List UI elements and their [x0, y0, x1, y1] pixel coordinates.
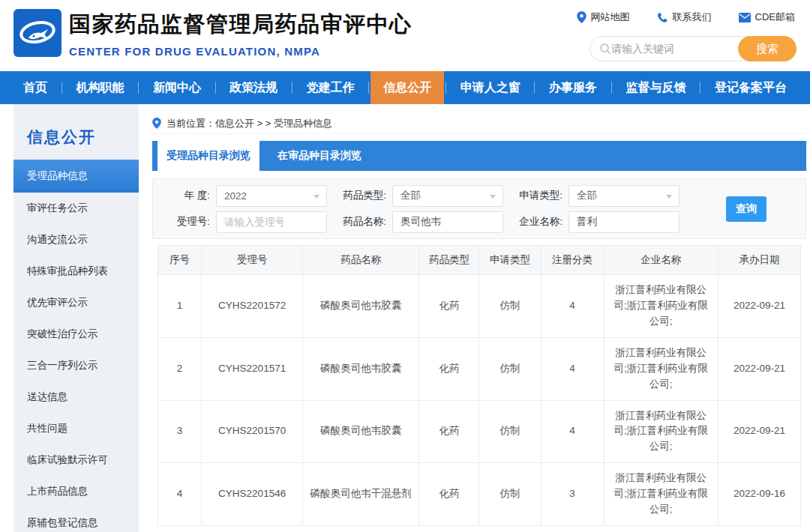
sidebar-title: 信息公开 [27, 127, 139, 148]
header-quick-links: 网站地图 联系我们 CDE邮箱 [577, 10, 795, 24]
cell-company: 浙江普利药业有限公司;浙江普利药业有限公司; [604, 275, 718, 338]
col-header-registration-class: 注册分类 [541, 246, 604, 275]
drug-type-select-value: 全部 [400, 189, 421, 202]
cell-company: 浙江普利药业有限公司;浙江普利药业有限公司; [604, 463, 718, 526]
sidebar-item-excipient-registration[interactable]: 原辅包登记信息 [14, 507, 139, 532]
breadcrumb-pin-icon [152, 118, 161, 129]
nav-separator [138, 82, 139, 94]
cell-date: 2022-09-21 [718, 337, 800, 400]
filter-acceptance-no: 受理号: [162, 211, 327, 233]
cell-registration-class: 4 [541, 337, 604, 400]
contact-label: 联系我们 [673, 10, 712, 24]
sidebar-item-delivery-info[interactable]: 送达信息 [14, 381, 139, 413]
nav-item-info-disclosure[interactable]: 信息公开 [370, 71, 444, 104]
sidebar-item-common-issues[interactable]: 共性问题 [14, 413, 139, 444]
sidebar-item-priority-review[interactable]: 优先审评公示 [14, 287, 139, 318]
cell-registration-class: 3 [541, 463, 604, 526]
site-title: 国家药品监督管理局药品审评中心 [69, 10, 412, 40]
sidebar-item-breakthrough-therapy[interactable]: 突破性治疗公示 [14, 318, 139, 350]
cell-company: 浙江普利药业有限公司;浙江普利药业有限公司; [604, 337, 718, 400]
apply-type-select[interactable]: 全部 [568, 185, 680, 207]
nav-item-applicant-window[interactable]: 申请人之窗 [448, 71, 533, 104]
cell-acceptance-no: CYHS2201572 [202, 275, 303, 338]
filter-row-1: 年 度: 2022 药品类型: 全部 申请 [162, 184, 716, 207]
search-input[interactable] [611, 43, 739, 55]
table-row: 4 CYHS2201546 磷酸奥司他韦干混悬剂 化药 仿制 3 浙江普利药业有… [158, 463, 801, 526]
nav-separator [215, 82, 216, 94]
sitemap-label: 网站地图 [591, 10, 630, 24]
nav-separator [446, 82, 446, 94]
acceptance-no-input[interactable] [216, 211, 327, 233]
cell-apply-type: 仿制 [479, 463, 541, 526]
col-header-company: 企业名称 [604, 246, 718, 275]
sidebar-item-three-in-one[interactable]: 三合一序列公示 [14, 350, 139, 381]
year-select-value: 2022 [224, 190, 247, 202]
cde-logo[interactable] [14, 9, 62, 57]
cell-registration-class: 4 [541, 400, 604, 463]
cell-drug-type: 化药 [419, 400, 479, 463]
col-header-apply-type: 申请类型 [479, 246, 541, 275]
filter-drug-name: 药品名称: [338, 211, 503, 233]
col-header-date: 承办日期 [718, 246, 800, 275]
drug-type-select[interactable]: 全部 [392, 185, 503, 207]
sidebar-item-special-approval[interactable]: 特殊审批品种列表 [14, 256, 139, 287]
nav-item-services[interactable]: 办事服务 [536, 71, 610, 104]
filter-apply-type: 申请类型: 全部 [514, 185, 680, 207]
sidebar-item-marketed-drugs[interactable]: 上市药品信息 [14, 476, 139, 507]
cell-drug-name: 磷酸奥司他韦胶囊 [303, 400, 419, 463]
nav-item-home[interactable]: 首页 [10, 71, 60, 104]
tab-under-review-catalog[interactable]: 在审品种目录浏览 [260, 141, 380, 171]
nav-separator [611, 82, 612, 94]
cell-date: 2022-09-16 [718, 463, 800, 526]
table-row: 1 CYHS2201572 磷酸奥司他韦胶囊 化药 仿制 4 浙江普利药业有限公… [158, 275, 801, 338]
filter-year: 年 度: 2022 [162, 185, 327, 207]
cell-index: 4 [158, 463, 202, 526]
sitemap-link[interactable]: 网站地图 [577, 10, 630, 24]
sidebar-item-communication[interactable]: 沟通交流公示 [14, 224, 139, 256]
apply-type-select-value: 全部 [577, 189, 597, 202]
location-pin-icon [577, 11, 586, 23]
sidebar-item-review-tasks[interactable]: 审评任务公示 [14, 193, 139, 224]
main-nav: 首页 机构职能 新闻中心 政策法规 党建工作 信息公开 申请人之窗 办事服务 监… [0, 71, 810, 104]
year-label: 年 度: [162, 189, 216, 202]
cell-date: 2022-09-21 [718, 275, 800, 338]
nav-item-supervision[interactable]: 监督与反馈 [614, 71, 699, 104]
sidebar-item-clinical-trial-license[interactable]: 临床试验默示许可 [14, 444, 139, 476]
col-header-index: 序号 [158, 246, 202, 275]
year-select[interactable]: 2022 [216, 185, 327, 207]
acceptance-no-label: 受理号: [162, 215, 216, 229]
cde-logo-icon [14, 9, 62, 57]
filter-drug-type: 药品类型: 全部 [338, 185, 503, 207]
table-row: 2 CYHS2201571 磷酸奥司他韦胶囊 化药 仿制 4 浙江普利药业有限公… [158, 337, 801, 400]
search-button[interactable]: 搜索 [738, 36, 796, 61]
contact-link[interactable]: 联系我们 [657, 10, 712, 24]
breadcrumb: 当前位置：信息公开 > > 受理品种信息 [152, 113, 806, 134]
cell-drug-name: 磷酸奥司他韦胶囊 [303, 337, 419, 400]
nav-separator [534, 82, 535, 94]
sidebar-item-accepted-varieties[interactable]: 受理品种信息 [14, 160, 139, 193]
query-button[interactable]: 查询 [726, 196, 766, 222]
nav-item-policies[interactable]: 政策法规 [217, 71, 290, 104]
mailbox-link[interactable]: CDE邮箱 [739, 10, 795, 24]
table-header-row: 序号 受理号 药品名称 药品类型 申请类型 注册分类 企业名称 承办日期 [158, 246, 801, 275]
cell-apply-type: 仿制 [479, 400, 541, 463]
nav-item-news[interactable]: 新闻中心 [140, 71, 214, 104]
site-subtitle: CENTER FOR DRUG EVALUATION, NMPA [69, 45, 412, 58]
company-name-input[interactable] [568, 211, 680, 233]
chevron-down-icon [666, 195, 672, 199]
nav-separator [62, 82, 62, 94]
site-title-block: 国家药品监督管理局药品审评中心 CENTER FOR DRUG EVALUATI… [69, 10, 412, 58]
filter-panel: 年 度: 2022 药品类型: 全部 申请 [152, 178, 806, 239]
breadcrumb-text: 当前位置：信息公开 > > 受理品种信息 [166, 117, 332, 130]
chevron-down-icon [314, 195, 320, 199]
nav-item-party[interactable]: 党建工作 [294, 71, 368, 104]
nav-item-registration-platform[interactable]: 登记备案平台 [702, 71, 800, 104]
cell-date: 2022-09-21 [718, 400, 800, 463]
nav-separator [700, 82, 700, 94]
cell-drug-type: 化药 [419, 275, 479, 338]
cell-index: 1 [158, 275, 202, 338]
nav-item-functions[interactable]: 机构职能 [63, 71, 136, 104]
drug-name-input[interactable] [392, 211, 503, 233]
col-header-drug-type: 药品类型 [419, 246, 479, 275]
tab-accepted-catalog[interactable]: 受理品种目录浏览 [158, 141, 260, 171]
